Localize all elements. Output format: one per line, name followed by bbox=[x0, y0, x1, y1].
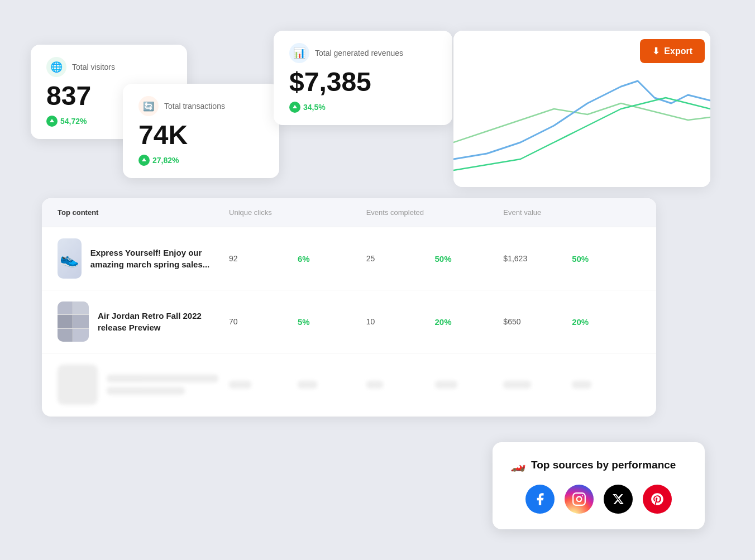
content-thumb-2 bbox=[58, 301, 89, 342]
content-cell-2: Air Jordan Retro Fall 2022 release Previ… bbox=[58, 301, 229, 342]
row2-value: $650 bbox=[503, 317, 572, 326]
revenue-card: 📊 Total generated revenues $7,385 34,5% bbox=[274, 31, 452, 125]
top-content-table: Top content Unique clicks Events complet… bbox=[42, 198, 656, 417]
col-header-empty1 bbox=[298, 208, 366, 217]
table-row-placeholder bbox=[42, 353, 656, 417]
download-icon: ⬇ bbox=[652, 46, 660, 56]
content-title-2: Air Jordan Retro Fall 2022 release Previ… bbox=[98, 310, 229, 333]
col-unique-clicks: Unique clicks bbox=[229, 208, 298, 217]
table-row: 👟 Express Yourself! Enjoy our amazing ma… bbox=[42, 227, 656, 290]
visitors-icon: 🌐 bbox=[46, 57, 66, 77]
row1-clicks: 92 bbox=[229, 254, 298, 263]
row2-clicks: 70 bbox=[229, 317, 298, 326]
sources-header: 🏎️ Top sources by performance bbox=[510, 458, 687, 472]
row1-ctr1: 6% bbox=[298, 254, 366, 264]
row1-ctr3: 50% bbox=[572, 254, 641, 264]
top-sources-card: 🏎️ Top sources by performance bbox=[493, 442, 705, 529]
social-icons-list bbox=[510, 485, 687, 514]
content-thumb-1: 👟 bbox=[58, 238, 82, 279]
transactions-icon: 🔄 bbox=[138, 96, 159, 116]
export-button[interactable]: ⬇ Export bbox=[640, 39, 705, 63]
table-header: Top content Unique clicks Events complet… bbox=[42, 198, 656, 227]
revenue-icon: 📊 bbox=[289, 43, 309, 63]
col-content: Top content bbox=[58, 208, 229, 217]
revenue-value: $7,385 bbox=[289, 68, 437, 97]
row2-ctr3: 20% bbox=[572, 317, 641, 327]
row2-ctr2: 20% bbox=[435, 317, 504, 327]
revenue-change-badge bbox=[289, 102, 300, 113]
facebook-icon[interactable] bbox=[525, 485, 555, 514]
pinterest-icon[interactable] bbox=[643, 485, 672, 514]
row1-value: $1,623 bbox=[503, 254, 572, 263]
col-header-empty3 bbox=[572, 208, 641, 217]
col-header-empty2 bbox=[435, 208, 504, 217]
content-cell-1: 👟 Express Yourself! Enjoy our amazing ma… bbox=[58, 238, 229, 279]
row1-ctr2: 50% bbox=[435, 254, 504, 264]
visitors-change-badge bbox=[46, 116, 58, 127]
sources-title: Top sources by performance bbox=[531, 459, 676, 471]
transactions-title: Total transactions bbox=[164, 102, 225, 111]
col-event-value: Event value bbox=[503, 208, 572, 217]
row1-events: 25 bbox=[366, 254, 435, 263]
col-events-completed: Events completed bbox=[366, 208, 435, 217]
table-row: Air Jordan Retro Fall 2022 release Previ… bbox=[42, 290, 656, 353]
svg-rect-1 bbox=[573, 493, 585, 505]
transactions-change-badge bbox=[138, 155, 150, 166]
transactions-change: 27,82% bbox=[138, 155, 264, 166]
transactions-value: 74K bbox=[138, 121, 264, 150]
row2-events: 10 bbox=[366, 317, 435, 326]
speedometer-icon: 🏎️ bbox=[510, 458, 525, 472]
revenue-title: Total generated revenues bbox=[315, 49, 403, 58]
x-icon[interactable] bbox=[604, 485, 633, 514]
export-label: Export bbox=[664, 46, 692, 56]
content-title-1: Express Yourself! Enjoy our amazing marc… bbox=[90, 247, 229, 270]
instagram-icon[interactable] bbox=[565, 485, 594, 514]
revenue-change: 34,5% bbox=[289, 102, 437, 113]
visitors-title: Total visitors bbox=[72, 63, 115, 71]
transactions-card: 🔄 Total transactions 74K 27,82% bbox=[123, 84, 279, 178]
row2-ctr1: 5% bbox=[298, 317, 366, 327]
